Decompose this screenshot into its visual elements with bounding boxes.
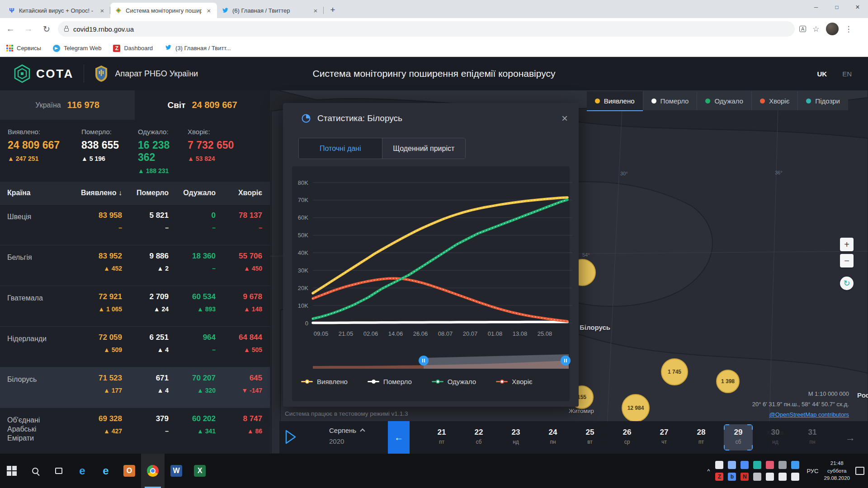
bookmark-star-icon[interactable]: ☆ — [812, 24, 819, 34]
close-window-button[interactable]: × — [847, 0, 868, 14]
tray-icon[interactable] — [728, 461, 736, 469]
ie-icon[interactable]: e — [94, 454, 118, 488]
timeline-day-29[interactable]: 29сб — [720, 421, 757, 454]
minimize-button[interactable]: ─ — [806, 0, 826, 14]
bluetooth-icon[interactable]: b — [728, 473, 736, 481]
word-icon[interactable]: W — [165, 454, 188, 488]
browser-tab[interactable]: (6) Главная / Твиттер× — [217, 3, 324, 18]
timeline-day-28[interactable]: 28пт — [683, 421, 720, 454]
bookmark-twitter[interactable]: (3) Главная / Твитт... — [165, 44, 231, 52]
column-header-3[interactable]: Одужало — [169, 189, 216, 197]
column-header-2[interactable]: Померло — [122, 189, 169, 197]
search-button[interactable] — [24, 454, 47, 488]
modal-tab-Поточні дані[interactable]: Поточні дані — [299, 138, 382, 159]
bookmark-telegram[interactable]: Telegram Web — [53, 45, 102, 52]
table-row[interactable]: Об'єднані Арабські Емірати69 328▲ 427379… — [0, 408, 270, 448]
timeline-day-26[interactable]: 26ср — [609, 421, 646, 454]
day-weekday: чт — [650, 439, 679, 445]
lang-uk[interactable]: UK — [817, 70, 827, 78]
lang-en[interactable]: EN — [842, 70, 852, 78]
clock[interactable]: 21:48 суббота 29.08.2020 — [824, 460, 850, 482]
edge-icon[interactable]: e — [71, 454, 94, 488]
start-button[interactable] — [0, 454, 24, 488]
map-legend-Виявлено[interactable]: Виявлено — [587, 91, 643, 110]
excel-icon[interactable]: X — [188, 454, 212, 488]
defender-icon[interactable]: Z — [715, 473, 723, 481]
tab-close-icon[interactable]: × — [99, 7, 106, 14]
cell-recovered: 70 207▲ 320 — [169, 374, 216, 408]
modal-tab-Щоденний приріст[interactable]: Щоденний приріст — [382, 138, 466, 159]
map-legend-Померло[interactable]: Померло — [643, 91, 697, 110]
slider-handle-right[interactable] — [561, 356, 571, 366]
osm-attribution-link[interactable]: @OpenStreetMap contributors — [769, 411, 849, 418]
new-tab-button[interactable]: + — [326, 4, 339, 16]
timeline-day-24[interactable]: 24пн — [534, 421, 571, 454]
timeline-day-22[interactable]: 22сб — [460, 421, 497, 454]
profile-avatar[interactable] — [826, 23, 839, 35]
timeline-day-30[interactable]: 30нд — [757, 421, 794, 454]
timeline-day-21[interactable]: 21пт — [423, 421, 460, 454]
address-bar[interactable]: covid19.rnbo.gov.ua — [58, 21, 795, 37]
tab-close-icon[interactable]: × — [312, 7, 319, 14]
world-total[interactable]: Світ 24 809 667 — [135, 90, 270, 120]
map-marker[interactable]: 1 398 — [716, 370, 740, 393]
map-marker[interactable]: 1 745 — [661, 358, 688, 385]
reload-button[interactable]: ↻ — [39, 21, 54, 37]
tab-close-icon[interactable]: × — [205, 7, 212, 14]
wifi-icon[interactable] — [778, 473, 787, 481]
month-selector[interactable]: Серпень 2020 — [329, 427, 364, 445]
slider-handle-left[interactable] — [419, 356, 429, 366]
table-row[interactable]: Гватемала72 921▲ 1 0652 709▲ 2460 534▲ 8… — [0, 286, 270, 326]
ukraine-total[interactable]: Україна 116 978 — [0, 90, 135, 120]
zoom-in-button[interactable]: + — [840, 238, 854, 251]
tray-icon[interactable] — [766, 461, 774, 469]
column-header-0[interactable]: Країна — [7, 189, 63, 197]
map-marker[interactable]: 12 984 — [622, 394, 650, 422]
map-refresh-button[interactable]: ↻ — [840, 277, 854, 290]
browser-tab[interactable]: Система моніторингу поширенн× — [110, 3, 217, 18]
url-text[interactable]: covid19.rnbo.gov.ua — [73, 25, 134, 33]
table-row[interactable]: Швеція83 958–5 821–0–78 137– — [0, 204, 270, 245]
timeline-prev-button[interactable]: ← — [388, 421, 410, 454]
tray-icon[interactable] — [778, 461, 787, 469]
chrome-icon[interactable] — [141, 454, 165, 488]
maximize-button[interactable]: □ — [826, 0, 847, 14]
battery-icon[interactable] — [766, 473, 774, 481]
bookmark-z[interactable]: ZDashboard — [113, 45, 153, 52]
play-button[interactable] — [285, 429, 297, 446]
translate-icon[interactable]: A — [799, 26, 806, 32]
back-button[interactable]: ← — [3, 21, 18, 37]
column-header-1[interactable]: Виявлено ↓ — [63, 189, 122, 197]
touch-keyboard-icon[interactable] — [715, 461, 723, 469]
tray-icon[interactable] — [753, 461, 761, 469]
modal-close-icon[interactable]: × — [561, 112, 568, 125]
map-legend-Підозри[interactable]: Підозри — [797, 91, 848, 110]
column-header-4[interactable]: Хворіє — [216, 189, 262, 197]
language-indicator[interactable]: РУС — [807, 468, 818, 474]
task-view-button[interactable] — [47, 454, 71, 488]
notification-center-icon[interactable] — [855, 467, 864, 475]
bookmark-apps[interactable]: Сервисы — [6, 45, 41, 52]
forward-button[interactable]: → — [21, 21, 36, 37]
table-row[interactable]: Нідерланди72 059▲ 5096 251▲ 4964–64 844▲… — [0, 326, 270, 367]
table-row[interactable]: Бельгія83 952▲ 4529 886▲ 218 360–55 706▲… — [0, 245, 270, 286]
timeline-day-27[interactable]: 27чт — [646, 421, 683, 454]
map-legend-Хворіє[interactable]: Хворіє — [751, 91, 797, 110]
tray-icon[interactable]: N — [741, 473, 749, 481]
tray-expand-icon[interactable]: ^ — [707, 468, 710, 474]
menu-kebab-icon[interactable]: ⋮ — [845, 24, 853, 34]
tray-icon[interactable] — [741, 461, 749, 469]
map-legend-Одужало[interactable]: Одужало — [697, 91, 751, 110]
volume-icon[interactable] — [791, 473, 799, 481]
timeline-day-31[interactable]: 31пн — [794, 421, 831, 454]
printer-icon[interactable] — [753, 473, 761, 481]
cell-delta: ▲ 2 — [122, 265, 169, 272]
timeline-next-button[interactable]: → — [845, 432, 855, 444]
timeline-day-23[interactable]: 23нд — [497, 421, 534, 454]
network-icon[interactable] — [791, 461, 799, 469]
browser-tab[interactable]: ΨКитайский вирус + Опрос! - Чер× — [4, 3, 110, 18]
mail-icon[interactable]: O — [118, 454, 141, 488]
timeline-day-25[interactable]: 25вт — [571, 421, 609, 454]
zoom-out-button[interactable]: − — [840, 254, 854, 267]
table-row[interactable]: Білорусь71 523▲ 177671▲ 470 207▲ 320645▼… — [0, 367, 270, 408]
